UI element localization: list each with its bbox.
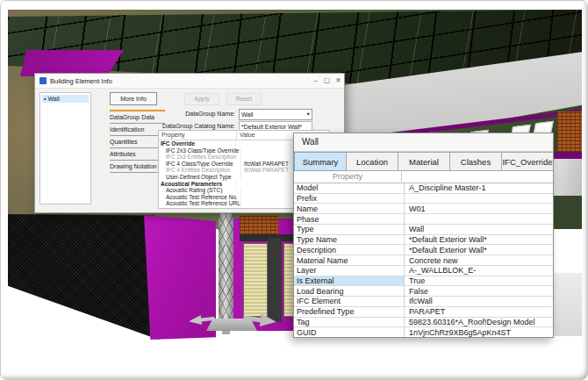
table-header-row: Property [294,171,553,183]
property-name: Description [294,245,405,255]
screenshot-frame: Building Element Info – ▢ ✕ • Wall More … [0,0,588,380]
glazing-pane [243,243,268,317]
table-row[interactable]: Load Bearing False [294,286,553,297]
table-row[interactable]: Phase [294,214,553,225]
table-row[interactable]: Type Name *Default Exterior Wall* [294,235,553,246]
property-name: IFC Element [294,297,405,306]
table-row[interactable]: Name W01 [294,204,553,214]
property-value: Concrete new [405,255,553,265]
property-value: 59823.60316*A_Roof!Design Model [405,318,553,327]
property-value: IfcWall [405,297,553,306]
property-name: Type Name [294,235,405,245]
brick-spandrel [240,215,278,234]
property-name: IFC 2x3 Class/Type Override [159,147,241,154]
datagroup-name-label: DataGroup Name: [163,111,235,117]
side-tab-attributes[interactable]: Attributes [110,148,165,161]
table-row[interactable]: IFC Element IfcWall [294,297,553,307]
brick-wall-fragment [557,111,582,155]
property-value: PARAPET [405,307,553,317]
property-name: Load Bearing [294,286,405,296]
side-tab-drawing-notation[interactable]: Drawing Notation [110,161,165,173]
property-name: Layer [294,266,405,276]
property-value: A_Discipline Master-1 [405,183,553,193]
window-controls: – ▢ ✕ [310,74,344,88]
magenta-edge-sliver [554,152,582,159]
tab-material[interactable]: Material [398,152,450,171]
property-name: IFC 4 Class/Type Override [159,161,241,168]
table-row[interactable]: Predefined Type PARAPET [294,307,553,318]
tree-bullet-icon: • [44,96,46,102]
property-name: IFC Override [159,140,236,147]
gray-wall-fragment [554,159,582,196]
chevron-down-icon: ▼ [306,110,311,119]
property-name: User-Defined Object Type [159,174,241,181]
element-tree: • Wall [39,92,91,204]
property-name: GUID [294,327,405,337]
property-name: Tag [294,318,405,327]
property-value: *Default Exterior Wall* [405,235,553,245]
property-name: Prefix [294,194,405,204]
property-value: False [405,286,553,296]
property-value: *Default Exterior Wall* [405,245,553,255]
property-name: Acoustic Test Reference No. [159,194,241,201]
reset-button[interactable]: Reset [226,93,262,105]
tab-ifc-override[interactable]: IFC_Override [501,152,553,171]
property-name: IFC 4 Entities Description [159,167,241,174]
black-textured-wall [8,214,159,342]
property-name: Acoustic Rating (STC) [159,187,241,194]
property-value: True [405,276,553,286]
property-value [405,194,553,204]
property-value [405,214,553,224]
datagroup-name-value: Wall [241,111,253,118]
datagroup-side-tabs: DataGroup Data Identification Quantities… [110,110,165,173]
property-name: Predefined Type [294,307,405,317]
steel-lattice-column [219,210,233,324]
side-tab-datagroup-data[interactable]: DataGroup Data [110,110,165,124]
tab-clashes[interactable]: Clashes [449,152,502,171]
apply-button[interactable]: Apply [184,93,219,105]
property-name: Type [294,225,405,234]
panel-tabs: Summary Location Material Clashes IFC_Ov… [294,152,553,171]
property-value: Wall [405,225,553,234]
catalog-name-label: DataGroup Catalog Name: [144,123,235,129]
property-name: Model [294,183,405,193]
panel-title: Wall [294,133,553,152]
window-mullion [268,238,282,322]
property-value: W01 [405,204,553,213]
wall-properties-panel: Wall Summary Location Material Clashes I… [293,133,554,338]
property-name: Acoustical Parameters [159,181,236,188]
property-column-header: Property [294,171,402,183]
property-name: Phase [294,214,405,224]
tab-summary[interactable]: Summary [294,152,347,171]
dialog-title-bar[interactable]: Building Element Info – ▢ ✕ [35,74,344,89]
more-info-button[interactable]: More Info [110,92,157,105]
table-row[interactable]: GUID 1nVjnChRz9XB6g5ApKn4ST [294,327,553,337]
table-row[interactable]: Description *Default Exterior Wall* [294,245,553,255]
table-row-is-external[interactable]: Is External True [294,276,553,287]
table-row[interactable]: Type Wall [294,225,553,235]
dialog-title: Building Element Info [50,77,112,85]
property-name: Acoustic Test Reference URL [159,200,241,207]
property-name: IFC 2x3 Entities Description [159,154,241,161]
property-value: A-_WALLBLOK_E- [405,266,553,276]
maximize-icon[interactable]: ▢ [321,74,333,88]
datagroup-name-select[interactable]: Wall ▼ [239,109,312,120]
close-icon[interactable]: ✕ [333,74,344,88]
table-row[interactable]: Material Name Concrete new [294,255,553,266]
table-row[interactable]: Layer A-_WALLBLOK_E- [294,266,553,276]
property-column-header: Property [159,131,237,140]
property-name: Name [294,204,405,213]
table-row[interactable]: Tag 59823.60316*A_Roof!Design Model [294,318,553,328]
property-value: 1nVjnChRz9XB6g5ApKn4ST [405,327,553,337]
table-row[interactable]: Prefix [294,194,553,204]
app-icon [39,77,47,84]
property-name: Material Name [294,255,405,265]
tab-location[interactable]: Location [346,152,398,171]
table-row[interactable]: Model A_Discipline Master-1 [294,183,553,194]
minimize-icon[interactable]: – [310,74,321,88]
side-tab-quantities[interactable]: Quantities [110,136,165,148]
property-name: Is External [294,276,405,286]
tree-item-label: Wall [47,96,59,102]
tree-item-wall[interactable]: • Wall [42,95,89,103]
wall-property-table: Model A_Discipline Master-1 Prefix Name … [294,183,553,337]
